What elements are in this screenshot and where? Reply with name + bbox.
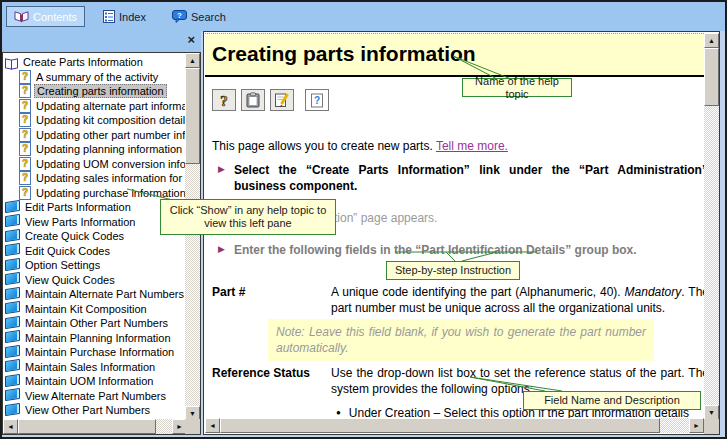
scroll-left-icon[interactable]: ◄ bbox=[3, 419, 18, 434]
tree-item[interactable]: Maintain Other Part Numbers bbox=[5, 316, 185, 331]
help-page-icon bbox=[19, 128, 31, 142]
tree-item[interactable]: Create Parts Information bbox=[5, 55, 185, 70]
tree-horizontal-scrollbar[interactable]: ◄ ► bbox=[3, 419, 187, 434]
tree-item[interactable]: Creating parts information bbox=[5, 84, 185, 99]
search-label: Search bbox=[191, 11, 226, 23]
contents-tree-pane: Create Parts Information A summary of th… bbox=[2, 52, 201, 435]
book-icon bbox=[5, 243, 20, 256]
tree-item[interactable]: Maintain Planning Information bbox=[5, 331, 185, 346]
tree-item[interactable]: Updating purchase information fo bbox=[5, 186, 185, 201]
search-button[interactable]: ? Search bbox=[164, 6, 234, 27]
scroll-up-icon[interactable]: ▲ bbox=[185, 53, 200, 68]
tell-me-more-link[interactable]: Tell me more. bbox=[436, 139, 508, 153]
index-list-icon bbox=[103, 10, 115, 23]
tree-item[interactable]: Updating other part number inform bbox=[5, 128, 185, 143]
question-icon: ? bbox=[216, 92, 232, 108]
tree-item[interactable]: Updating sales information for a p bbox=[5, 171, 185, 186]
field-description: A unique code identifying the part (Alph… bbox=[331, 284, 709, 316]
help-page-icon bbox=[19, 113, 31, 127]
tree-item[interactable]: View Alternate Part Numbers bbox=[5, 389, 185, 404]
callout-field-description: Field Name and Description bbox=[523, 391, 701, 410]
book-icon bbox=[5, 214, 20, 227]
callout-help-topic-name: Name of the help topic bbox=[462, 78, 572, 97]
book-icon bbox=[5, 272, 20, 285]
scrollbar-thumb[interactable] bbox=[220, 418, 660, 433]
field-name: Part # bbox=[212, 284, 245, 300]
desc-emphasis: Mandatory bbox=[625, 285, 682, 299]
intro-text: This page allows you to create new parts… bbox=[212, 139, 433, 153]
tree-item[interactable]: Maintain Purchase Information bbox=[5, 345, 185, 360]
bullet-triangle-icon: ▶ bbox=[218, 242, 225, 258]
field-name: Reference Status bbox=[212, 365, 310, 381]
book-icon bbox=[5, 359, 20, 372]
tree-item[interactable]: Maintain Kit Composition bbox=[5, 302, 185, 317]
contents-label: Contents bbox=[33, 11, 77, 23]
contents-button[interactable]: Contents bbox=[6, 6, 85, 27]
help-page-icon bbox=[19, 157, 31, 171]
related-topic-button[interactable]: ? bbox=[305, 89, 329, 111]
scroll-left-icon[interactable]: ◄ bbox=[205, 418, 220, 433]
intro-paragraph: This page allows you to create new parts… bbox=[212, 138, 508, 154]
scrollbar-thumb[interactable] bbox=[704, 48, 719, 106]
edit-page-button[interactable] bbox=[270, 89, 294, 111]
instruction-bullet-1: ▶ Select the “Create Parts Information” … bbox=[218, 162, 708, 194]
tree-item[interactable]: Maintain Alternate Part Numbers bbox=[5, 287, 185, 302]
help-page-icon bbox=[19, 142, 31, 156]
scroll-right-icon[interactable]: ► bbox=[689, 418, 704, 433]
tree-item[interactable]: Create Quick Codes bbox=[5, 229, 185, 244]
help-question-button[interactable]: ? bbox=[212, 89, 236, 111]
tree-item[interactable]: Maintain UOM Information bbox=[5, 374, 185, 389]
tree-item[interactable]: Edit Parts Information bbox=[5, 200, 185, 215]
topic-vertical-scrollbar[interactable]: ▲ ▼ bbox=[704, 33, 719, 420]
desc-text: A unique code identifying the part (Alph… bbox=[331, 285, 625, 299]
help-page-icon bbox=[19, 186, 31, 200]
svg-text:?: ? bbox=[220, 93, 228, 109]
instruction-text: Select the “Create Parts Information” li… bbox=[234, 162, 708, 194]
scrollbar-corner bbox=[185, 419, 200, 434]
tree-item[interactable]: View Quick Codes bbox=[5, 273, 185, 288]
contents-tree: Create Parts Information A summary of th… bbox=[5, 55, 185, 419]
index-button[interactable]: Index bbox=[95, 6, 154, 27]
tree-pane-header: × bbox=[2, 31, 201, 52]
book-icon bbox=[5, 258, 20, 271]
tree-item[interactable]: Updating UOM conversion informa bbox=[5, 157, 185, 172]
bullet-triangle-icon: ▶ bbox=[218, 162, 225, 194]
page-title: Creating parts information bbox=[205, 33, 704, 77]
tree-item[interactable]: Updating alternate part informatio bbox=[5, 99, 185, 114]
scrollbar-thumb[interactable] bbox=[185, 68, 200, 164]
page-edit-icon bbox=[274, 92, 290, 108]
tree-item[interactable]: View Parts Information bbox=[5, 215, 185, 230]
book-icon bbox=[5, 330, 20, 343]
book-open-icon bbox=[5, 57, 18, 68]
tree-item[interactable]: View Other Part Numbers bbox=[5, 403, 185, 418]
topic-horizontal-scrollbar[interactable]: ◄ ► bbox=[205, 418, 704, 433]
note-box: Note: Leave this field blank, if you wis… bbox=[268, 319, 654, 361]
help-page-icon bbox=[19, 171, 31, 185]
notes-button[interactable] bbox=[241, 89, 265, 111]
tree-item[interactable]: Updating planning information for bbox=[5, 142, 185, 157]
help-window: Contents Index ? Search bbox=[0, 0, 727, 439]
book-icon bbox=[5, 200, 20, 213]
question-bubble-icon: ? bbox=[172, 10, 187, 23]
close-icon[interactable]: × bbox=[187, 33, 195, 47]
svg-text:?: ? bbox=[177, 11, 182, 20]
topic-toolbar: ? bbox=[212, 89, 329, 111]
scrollbar-thumb[interactable] bbox=[18, 419, 156, 434]
open-book-icon bbox=[14, 10, 29, 23]
tree-item[interactable]: Edit Quick Codes bbox=[5, 244, 185, 259]
tree-item[interactable]: Maintain Sales Information bbox=[5, 360, 185, 375]
page-appears-text: tion” page appears. bbox=[334, 210, 437, 226]
help-page-icon bbox=[19, 84, 31, 98]
scroll-down-icon[interactable]: ▼ bbox=[704, 405, 719, 420]
tree-item[interactable]: Option Settings bbox=[5, 258, 185, 273]
page-question-icon: ? bbox=[310, 93, 324, 108]
tree-item[interactable]: A summary of the activity bbox=[5, 70, 185, 85]
book-icon bbox=[5, 229, 20, 242]
help-toolbar: Contents Index ? Search bbox=[2, 2, 725, 31]
book-icon bbox=[5, 403, 20, 416]
scroll-up-icon[interactable]: ▲ bbox=[704, 33, 719, 48]
tree-vertical-scrollbar[interactable]: ▲ ▼ bbox=[185, 53, 200, 421]
clipboard-icon bbox=[245, 92, 261, 108]
instruction-bullet-2: ▶ Enter the following fields in the “Par… bbox=[218, 242, 708, 258]
tree-item[interactable]: Updating kit composition details fo bbox=[5, 113, 185, 128]
